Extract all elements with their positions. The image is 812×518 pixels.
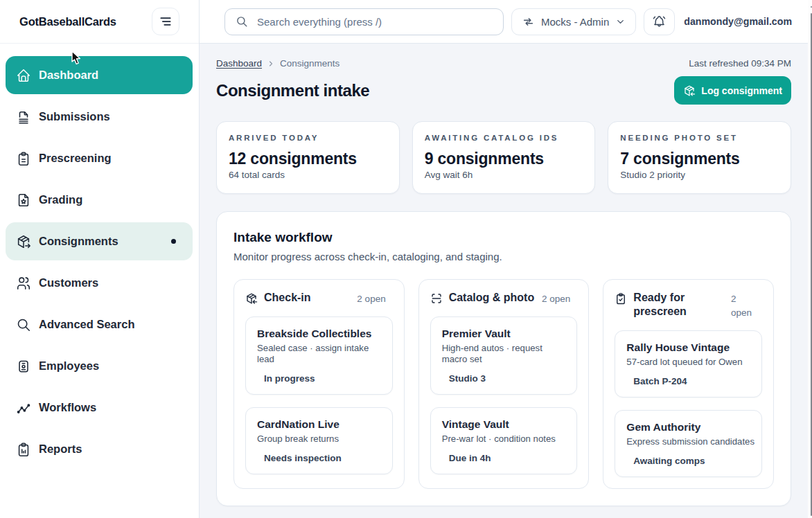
sidebar-item-advanced-search[interactable]: Advanced Search [6,305,193,343]
sidebar-header: GotBaseballCards [0,0,199,44]
last-refreshed: Last refreshed 09:34 PM [689,58,791,69]
task-card[interactable]: Rally House Vintage57-card lot queued fo… [615,330,762,398]
stage-title: Ready for prescreen [633,291,725,319]
notifications-button[interactable] [644,8,675,35]
sidebar-item-consignments[interactable]: Consignments [6,222,193,260]
stage-column-ready-for-prescreen: Ready for prescreen2 openRally House Vin… [603,279,774,489]
sidebar-item-label: Prescreening [39,152,112,165]
users-icon [16,276,31,291]
sidebar-item-label: Workflows [39,401,96,414]
vertical-scrollbar[interactable] [808,0,812,518]
sidebar-item-submissions[interactable]: Submissions [6,98,193,136]
log-consignment-label: Log consignment [701,85,782,96]
stage-title: Check-in [264,291,351,305]
stats-row: ARRIVED TODAY12 consignments64 total car… [216,121,791,194]
task-title: Gem Authority [626,421,756,434]
task-status: Needs inspection [264,453,387,463]
sidebar-item-label: Dashboard [39,69,98,82]
sidebar-item-label: Reports [39,443,82,456]
sidebar-nav: DashboardSubmissionsPrescreeningGradingC… [0,44,199,468]
search-icon [236,15,248,28]
stage-column-check-in: Check-in2 openBreakside CollectiblesSeal… [233,279,405,489]
task-desc: Group break returns [257,434,387,445]
panel-title: Intake workflow [233,229,774,247]
sidebar-item-label: Consignments [39,235,118,248]
sidebar-item-label: Advanced Search [39,318,134,331]
task-card[interactable]: Breakside CollectiblesSealed case · assi… [245,316,393,395]
sidebar-item-customers[interactable]: Customers [6,264,193,302]
clipboard-chart-icon [16,442,31,457]
clipboard-check-icon [615,292,627,305]
stat-sub: 64 total cards [229,170,387,181]
stage-header: Ready for prescreen2 open [615,291,762,320]
sidebar-item-label: Customers [39,276,98,289]
title-row: Consignment intake Log consignment [216,76,791,105]
environment-label: Mocks - Admin [541,16,609,28]
task-card[interactable]: Vintage VaultPre-war lot · condition not… [430,407,578,474]
task-card[interactable]: CardNation LiveGroup break returnsNeeds … [245,407,393,474]
sidebar-item-dashboard[interactable]: Dashboard [6,56,193,94]
stat-label: NEEDING PHOTO SET [620,134,779,143]
task-desc: Sealed case · assign intake lead [257,343,387,365]
task-title: Breakside Collectibles [257,328,387,340]
file-lines-icon [16,109,31,125]
sidebar: GotBaseballCards DashboardSubmissionsPre… [0,0,200,518]
task-status: Due in 4h [449,453,572,463]
stage-count: 2 open [542,292,570,306]
home-icon [16,68,31,83]
sidebar-item-employees[interactable]: Employees [6,347,193,385]
brand-title: GotBaseballCards [19,15,116,28]
bell-ringing-icon [652,15,667,29]
stage-title: Catalog & photo [449,291,536,305]
stat-label: AWAITING CATALOG IDS [425,134,583,143]
page-title: Consignment intake [216,81,369,100]
breadcrumb-current: Consignments [280,58,339,69]
stat-card: NEEDING PHOTO SET7 consignmentsStudio 2 … [608,121,791,194]
search-icon [16,317,31,332]
stat-value: 12 consignments [229,150,387,168]
search-input[interactable] [257,16,493,28]
topbar: Mocks - Admin danmondy@gmail.com [200,0,812,44]
task-card[interactable]: Gem AuthorityExpress submission candidat… [615,410,762,477]
task-title: Vintage Vault [442,418,572,431]
stage-header: Check-in2 open [245,291,393,306]
sidebar-item-workflows[interactable]: Workflows [6,388,193,427]
global-search[interactable] [224,8,504,35]
sidebar-item-reports[interactable]: Reports [6,430,193,468]
log-consignment-button[interactable]: Log consignment [674,76,791,105]
sidebar-item-prescreening[interactable]: Prescreening [6,139,193,177]
menu-deep-icon [159,15,173,28]
task-status: Awaiting comps [633,456,756,466]
task-desc: Express submission candidates [626,436,756,447]
breadcrumb-link-dashboard[interactable]: Dashboard [216,58,262,69]
environment-switcher[interactable]: Mocks - Admin [511,8,636,35]
stage-count: 2 open [731,292,755,320]
stat-sub: Avg wait 6h [425,170,583,181]
task-title: Premier Vault [442,328,572,340]
package-import-icon [245,292,258,305]
task-card[interactable]: Premier VaultHigh-end autos · request ma… [430,316,578,395]
stage-cards: Breakside CollectiblesSealed case · assi… [245,316,393,474]
page-content: Dashboard Consignments Last refreshed 09… [200,44,812,518]
stat-sub: Studio 2 priority [620,170,779,181]
sidebar-collapse-button[interactable] [152,8,179,35]
stat-value: 7 consignments [620,150,779,168]
stat-card: AWAITING CATALOG IDS9 consignmentsAvg wa… [412,121,596,194]
file-star-icon [16,193,31,208]
sidebar-item-grading[interactable]: Grading [6,181,193,219]
stat-card: ARRIVED TODAY12 consignments64 total car… [216,121,400,194]
intake-workflow-panel: Intake workflow Monitor progress across … [216,211,791,506]
chevron-down-icon [615,17,626,27]
package-import-icon [683,84,696,97]
unread-dot [171,239,176,244]
task-title: Rally House Vintage [626,341,756,354]
user-email: danmondy@gmail.com [684,16,792,27]
app-window: GotBaseballCards DashboardSubmissionsPre… [0,0,812,518]
panel-subtitle: Monitor progress across check-in, catalo… [233,249,774,265]
stat-value: 9 consignments [425,150,583,168]
task-status: Batch P-204 [633,376,756,386]
stage-cards: Rally House Vintage57-card lot queued fo… [615,330,762,477]
stage-cards: Premier VaultHigh-end autos · request ma… [430,316,578,474]
stage-header: Catalog & photo2 open [430,291,578,306]
task-status: Studio 3 [449,373,572,384]
